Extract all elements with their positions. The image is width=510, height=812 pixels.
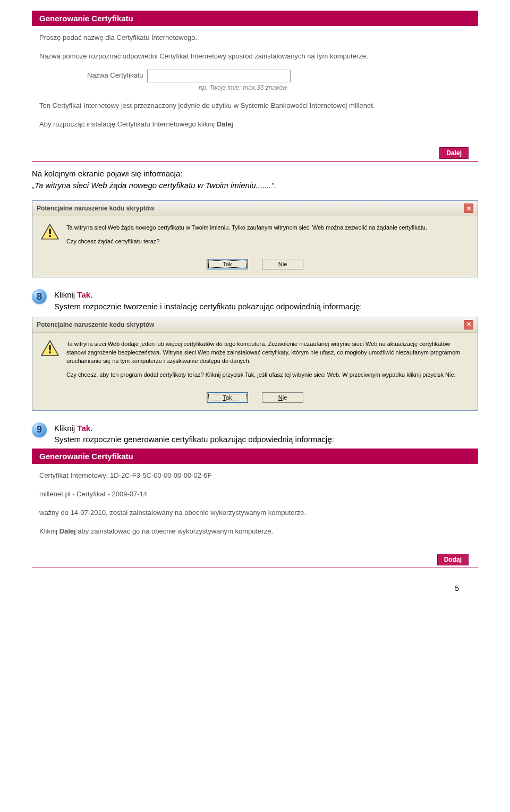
step-line2: System rozpocznie generowanie certyfikat…	[54, 434, 334, 445]
tak-button[interactable]: Tak	[207, 392, 248, 403]
cert-name-hint: np. Twoje imie; max.35 znaków	[199, 84, 287, 91]
script-warning-dialog-2: Potencjalne naruszenie kodu skryptów ✕ T…	[32, 317, 478, 411]
cert-valid-text: ważny do 14-07-2010, został zainstalowan…	[39, 508, 471, 519]
dialog-message: Ta witryna sieci Web dodaje jeden lub wi…	[66, 340, 469, 385]
doc-text-after-panel1: Na kolejnym ekranie pojawi się informacj…	[32, 168, 478, 191]
text-part: .	[90, 424, 92, 433]
step-number-badge: 9	[32, 422, 47, 437]
cert-next-text: Kliknij Dalej aby zainstalować go na obe…	[39, 526, 471, 537]
quote-line: „Ta witryna sieci Web żąda nowego certyf…	[32, 180, 478, 191]
warning-icon	[41, 340, 59, 356]
dalej-word: Dalej	[60, 527, 76, 535]
tak-button[interactable]: Tak	[207, 259, 248, 269]
dialog-title-text: Potencjalne naruszenie kodu skryptów	[37, 205, 154, 212]
svg-rect-4	[49, 345, 51, 351]
text-part: Kliknij	[54, 424, 77, 433]
step-9: 9 Kliknij Tak. System rozpocznie generow…	[32, 422, 478, 446]
panel-title: Generowanie Certyfikatu	[32, 11, 478, 26]
step-line2: System rozpocznie tworzenie i instalację…	[54, 301, 362, 312]
close-icon[interactable]: ✕	[464, 320, 473, 329]
panel-body: Proszę podać nazwę dla Certyfikatu Inter…	[32, 26, 478, 144]
line: Na kolejnym ekranie pojawi się informacj…	[32, 168, 478, 180]
msg-line: Czy chcesz żądać certyfikatu teraz?	[66, 238, 427, 246]
tak-word: Tak	[77, 290, 90, 299]
cert-name-label: Nazwa Certyfikatu	[87, 70, 143, 81]
svg-rect-2	[49, 235, 51, 238]
panel-title: Generowanie Certyfikatu	[32, 449, 478, 464]
dalej-button[interactable]: Dalej	[439, 147, 469, 159]
script-warning-dialog-1: Potencjalne naruszenie kodu skryptów ✕ T…	[32, 200, 478, 277]
msg-line: Ta witryna sieci Web żąda nowego certyfi…	[66, 224, 427, 232]
warning-icon	[41, 224, 59, 240]
text-part: Kliknij	[54, 290, 77, 299]
svg-rect-1	[49, 229, 51, 234]
msg-line: Czy chcesz, aby ten program dodał certyf…	[66, 371, 469, 379]
text-part: .	[90, 290, 92, 299]
dialog-message: Ta witryna sieci Web żąda nowego certyfi…	[66, 224, 427, 251]
cert-id-text: Certyfikat Internetowy: 1D-2C-F3-5C-00-0…	[39, 470, 471, 481]
panel-body: Certyfikat Internetowy: 1D-2C-F3-5C-00-0…	[32, 464, 478, 551]
cert-name-input[interactable]	[147, 70, 291, 82]
msg-line: Ta witryna sieci Web dodaje jeden lub wi…	[66, 340, 469, 366]
text-part: aby zainstalować go na obecnie wykorzyst…	[76, 527, 273, 535]
dalej-word: Dalej	[217, 120, 233, 128]
step-text: Kliknij Tak. System rozpocznie generowan…	[54, 422, 334, 446]
cert-name-row: Nazwa Certyfikatu	[87, 70, 471, 82]
nie-button[interactable]: Nie	[262, 259, 303, 269]
svg-rect-5	[49, 351, 51, 353]
dialog-title-text: Potencjalne naruszenie kodu skryptów	[37, 321, 154, 328]
step-number-badge: 8	[32, 289, 47, 304]
dodaj-button[interactable]: Dodaj	[437, 554, 469, 565]
name-help-text: Nazwa pomoże rozpoznać odpowiedni Certyf…	[39, 51, 471, 62]
text-part: Aby rozpocząć instalację Certyfikatu Int…	[39, 120, 217, 128]
step-8: 8 Kliknij Tak. System rozpocznie tworzen…	[32, 289, 478, 312]
cert-domain-text: millenet.pl - Certyfikat - 2009-07-14	[39, 489, 471, 500]
start-install-text: Aby rozpocząć instalację Certyfikatu Int…	[39, 119, 471, 130]
cert-gen-panel-2: Generowanie Certyfikatu Certyfikat Inter…	[32, 449, 478, 568]
intro-text: Proszę podać nazwę dla Certyfikatu Inter…	[39, 32, 471, 44]
text-part: Kliknij	[39, 527, 60, 535]
step-text: Kliknij Tak. System rozpocznie tworzenie…	[54, 289, 362, 312]
nie-button[interactable]: Nie	[262, 392, 303, 403]
usage-text: Ten Certyfikat Internetowy jest przeznac…	[39, 100, 471, 112]
tak-word: Tak	[77, 424, 90, 433]
close-icon[interactable]: ✕	[464, 204, 473, 213]
cert-gen-panel-1: Generowanie Certyfikatu Proszę podać naz…	[32, 11, 478, 162]
page-number: 5	[32, 584, 478, 593]
